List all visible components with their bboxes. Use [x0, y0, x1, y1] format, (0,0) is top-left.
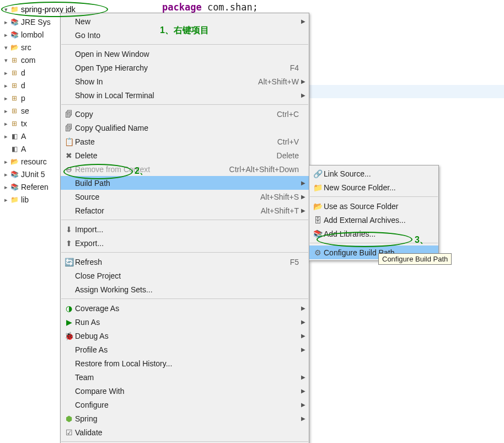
menu-assign-working-sets[interactable]: Assign Working Sets... [61, 282, 309, 296]
project-icon: 📁 [10, 6, 19, 14]
menu-open-new-window[interactable]: Open in New Window [61, 47, 309, 61]
run-icon: ▶ [63, 318, 75, 327]
export-icon: ⬆ [63, 239, 75, 248]
submenu-arrow-icon: ▶ [301, 78, 305, 84]
menu-separator [61, 298, 308, 299]
menu-validate[interactable]: ☑Validate [61, 425, 309, 439]
menu-show-local-terminal[interactable]: Show in Local Terminal▶ [61, 88, 309, 102]
menu-open-type-hierarchy[interactable]: Open Type HierarchyF4 [61, 61, 309, 74]
library-icon: 📚 [10, 18, 19, 27]
menu-configure[interactable]: Configure▶ [61, 398, 309, 412]
submenu-arrow-icon: ▶ [301, 415, 305, 421]
menu-team[interactable]: Team▶ [61, 370, 309, 384]
menu-refresh[interactable]: 🔄RefreshF5 [61, 255, 309, 269]
submenu-arrow-icon: ▶ [301, 346, 305, 353]
menu-compare-with[interactable]: Compare With▶ [61, 384, 309, 398]
menu-separator [61, 44, 308, 45]
menu-refactor[interactable]: RefactorAlt+Shift+T▶ [61, 204, 309, 217]
menu-paste[interactable]: 📋PasteCtrl+V [61, 135, 309, 148]
import-icon: ⬇ [63, 225, 75, 234]
build-path-submenu: 🔗Link Source... 📁New Source Folder... 📂U… [309, 165, 439, 261]
submenu-new-source-folder[interactable]: 📁New Source Folder... [309, 180, 438, 194]
menu-new[interactable]: New▶ [61, 14, 309, 28]
menu-coverage-as[interactable]: ◑Coverage As▶ [61, 301, 309, 315]
library-icon: 📚 [10, 31, 19, 40]
menu-source[interactable]: SourceAlt+Shift+S▶ [61, 190, 309, 204]
menu-spring[interactable]: ⬢Spring▶ [61, 412, 309, 425]
menu-separator [61, 441, 308, 442]
context-menu: New▶ Go Into Open in New Window Open Typ… [60, 13, 309, 443]
package-icon: ⊞ [10, 120, 19, 129]
submenu-arrow-icon: ▶ [301, 194, 305, 200]
configure-icon: ⚙ [312, 248, 324, 257]
paste-icon: 📋 [63, 137, 75, 146]
submenu-arrow-icon: ▶ [301, 305, 305, 311]
folder-plus-icon: 📁 [312, 183, 324, 192]
menu-copy[interactable]: 🗐CopyCtrl+C [61, 107, 309, 121]
library-icon: 📚 [10, 170, 19, 179]
menu-restore-history[interactable]: Restore from Local History... [61, 356, 309, 370]
remove-icon: ⊖ [63, 165, 75, 174]
source-folder-icon: 📂 [312, 202, 324, 211]
code-text: com.shan; [202, 2, 258, 13]
menu-import[interactable]: ⬇Import... [61, 222, 309, 236]
menu-separator [61, 104, 308, 105]
copy-icon: 🗐 [63, 110, 75, 119]
refresh-icon: 🔄 [63, 258, 75, 266]
menu-remove-context: ⊖Remove from ContextCtrl+Alt+Shift+Down [61, 162, 309, 176]
spring-icon: ⬢ [63, 414, 75, 423]
menu-build-path[interactable]: Build Path▶ [61, 176, 309, 190]
submenu-arrow-icon: ▶ [301, 92, 305, 98]
submenu-arrow-icon: ▶ [301, 374, 305, 380]
submenu-use-as-source-folder[interactable]: 📂Use as Source Folder [309, 199, 438, 213]
menu-debug-as[interactable]: 🐞Debug As▶ [61, 329, 309, 343]
menu-delete[interactable]: ✖DeleteDelete [61, 148, 309, 162]
package-icon: ⊞ [10, 69, 19, 78]
submenu-arrow-icon: ▶ [301, 402, 305, 408]
menu-separator [310, 196, 438, 197]
menu-copy-qualified[interactable]: 🗐Copy Qualified Name [61, 121, 309, 135]
tooltip: Configure Build Path [378, 253, 452, 265]
menu-go-into[interactable]: Go Into [61, 28, 309, 42]
menu-close-project[interactable]: Close Project [61, 269, 309, 282]
coverage-icon: ◑ [63, 304, 75, 313]
menu-export[interactable]: ⬆Export... [61, 236, 309, 250]
folder-icon: 📁 [10, 196, 19, 205]
copy-icon: 🗐 [63, 124, 75, 132]
submenu-arrow-icon: ▶ [301, 180, 305, 186]
debug-icon: 🐞 [63, 332, 75, 340]
source-folder-icon: 📂 [10, 158, 19, 167]
submenu-arrow-icon: ▶ [301, 319, 305, 325]
library-icon: 📚 [312, 229, 324, 238]
archive-icon: 🗄 [312, 216, 324, 225]
source-folder-icon: 📂 [10, 44, 19, 52]
menu-separator [61, 220, 308, 220]
xml-file-icon: ◧ [10, 145, 19, 154]
link-icon: 🔗 [312, 169, 324, 178]
submenu-arrow-icon: ▶ [301, 388, 305, 394]
submenu-link-source[interactable]: 🔗Link Source... [309, 167, 438, 180]
library-icon: 📚 [10, 183, 19, 192]
submenu-arrow-icon: ▶ [301, 18, 305, 24]
package-icon: ⊞ [10, 82, 19, 90]
menu-run-as[interactable]: ▶Run As▶ [61, 315, 309, 329]
menu-separator [310, 243, 438, 243]
validate-icon: ☑ [63, 428, 75, 437]
delete-icon: ✖ [63, 151, 75, 160]
submenu-arrow-icon: ▶ [301, 333, 305, 339]
submenu-add-external-archives[interactable]: 🗄Add External Archives... [309, 213, 438, 227]
menu-separator [61, 252, 308, 253]
code-keyword: package [162, 2, 202, 13]
submenu-add-libraries[interactable]: 📚Add Libraries... [309, 227, 438, 241]
package-icon: ⊞ [10, 107, 19, 116]
submenu-arrow-icon: ▶ [301, 207, 305, 214]
package-icon: ⊞ [10, 94, 19, 103]
menu-profile-as[interactable]: Profile As▶ [61, 343, 309, 356]
menu-show-in[interactable]: Show InAlt+Shift+W▶ [61, 74, 309, 88]
package-icon: ⊞ [10, 56, 19, 65]
java-file-icon: ◧ [10, 132, 19, 141]
